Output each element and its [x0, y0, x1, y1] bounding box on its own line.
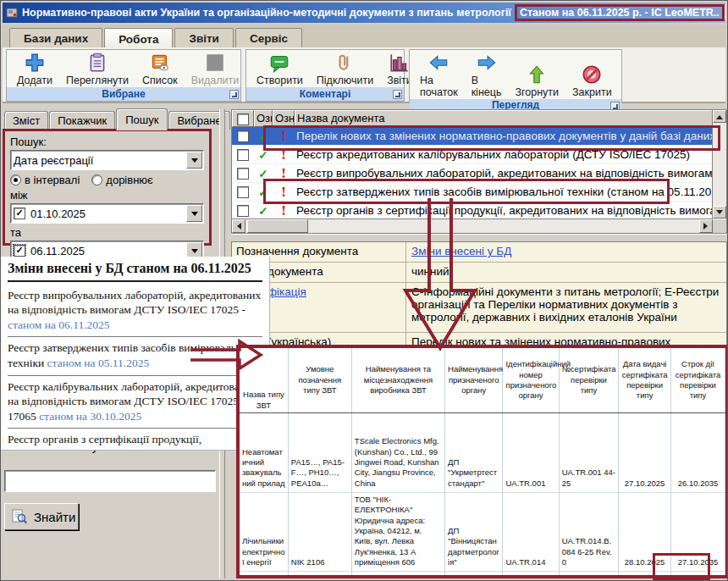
- scrollbar-thumb[interactable]: [247, 219, 308, 233]
- app-icon: [5, 6, 19, 19]
- list-button[interactable]: Список: [135, 51, 185, 87]
- header-select-all[interactable]: [232, 110, 254, 127]
- exclamation-icon: !: [273, 166, 295, 181]
- go-start-button[interactable]: На початок: [413, 51, 465, 99]
- registry-table: Назва типу ЗВТ Умовне позначення типу ЗВ…: [236, 345, 728, 578]
- table-row[interactable]: ✓ ! Перелік нових та змінених нормативно…: [232, 127, 713, 146]
- delete-icon: [204, 52, 226, 74]
- cell: UA.TR.001: [503, 572, 559, 578]
- popup-entry-date: станом на 06.11.2025: [8, 318, 110, 331]
- radio-equals[interactable]: дорівнює: [91, 174, 152, 186]
- radio-dot-icon: [10, 174, 21, 185]
- checkbox-icon[interactable]: [237, 130, 249, 142]
- table-row[interactable]: ✓ ! Реєстр випробувальних лабораторій, а…: [232, 164, 713, 183]
- check-icon: ✓: [254, 167, 273, 180]
- checkbox-icon[interactable]: [237, 205, 249, 217]
- vertical-scrollbar[interactable]: [712, 110, 726, 219]
- popup-entry-text: Реєстр випробувальних лабораторій, акред…: [8, 289, 261, 317]
- ribbon-tab-service[interactable]: Сервіс: [235, 28, 302, 47]
- table-row[interactable]: ✓ ! Реєстр акредитованих калібрувальних …: [232, 146, 713, 164]
- radio-interval[interactable]: в інтервалі: [10, 174, 80, 186]
- detail-row-classification: фікація Є-Інформаційні документи з питан…: [232, 283, 726, 333]
- changes-link[interactable]: Зміни внесені у БД: [411, 245, 511, 257]
- chevron-down-icon[interactable]: [186, 205, 202, 222]
- cell: ДП "Вінницястандартметрологія": [445, 493, 503, 572]
- go-end-label: В кінець: [472, 75, 502, 98]
- popup-entry: Реєстр випробувальних лабораторій, акред…: [8, 285, 262, 338]
- doc-title: Реєстр органів з сертифікації продукції,…: [295, 204, 713, 217]
- group-expander-icon[interactable]: [229, 90, 239, 99]
- header-ozn1[interactable]: Озн: [254, 110, 273, 127]
- no-entry-icon: [581, 64, 603, 86]
- cell: Лічильники електричної енергії: [240, 493, 288, 572]
- scroll-left-button[interactable]: [232, 219, 245, 233]
- date-from-picker[interactable]: ✓ 01.10.2025: [10, 203, 204, 224]
- popup-title: Зміни внесені у БД станом на 06.11.2025: [8, 260, 262, 282]
- find-button[interactable]: Знайти: [4, 503, 79, 530]
- classification-link[interactable]: фікація: [267, 285, 306, 298]
- radio-dot-icon: [91, 174, 102, 185]
- scrollbar-corner: [713, 219, 726, 233]
- app-window: Нормативно-правові акти України та орган…: [0, 0, 728, 581]
- between-label: між: [10, 189, 204, 202]
- cell: 27.10.2025: [619, 413, 671, 493]
- search-field-select[interactable]: Дата реєстрації: [10, 150, 204, 170]
- sidebar-tab-index[interactable]: Покажчик: [49, 111, 115, 130]
- attach-button[interactable]: Підключити: [310, 51, 380, 87]
- exclamation-icon: !: [273, 203, 295, 219]
- doc-title: Реєстр акредитованих калібрувальних лабо…: [295, 148, 713, 161]
- popup-entry: Реєстр органів з сертифікації продукції,…: [8, 429, 262, 451]
- checkbox-icon[interactable]: [237, 168, 249, 180]
- add-button[interactable]: Додати: [10, 51, 59, 87]
- scroll-down-button[interactable]: [713, 206, 726, 219]
- cell: 26.10.2035: [670, 413, 725, 493]
- minimize-button[interactable]: _: [725, 5, 725, 20]
- cell: Аналізатори рівнів звуку та вібрації: [240, 572, 288, 578]
- header-ozn2[interactable]: Озн: [273, 110, 295, 127]
- go-end-button[interactable]: В кінець: [465, 51, 509, 99]
- collapse-button[interactable]: Згорнути: [508, 51, 565, 99]
- checkbox-icon[interactable]: [237, 113, 249, 125]
- popup-entry: Реєстр затверджених типів засобів вимірю…: [8, 337, 262, 375]
- arrow-left-icon: [427, 52, 449, 74]
- ribbon-tab-work[interactable]: Робота: [104, 28, 173, 48]
- header-doc-title[interactable]: Назва документа: [295, 110, 726, 127]
- ribbon-tab-reports[interactable]: Звіти: [174, 28, 233, 47]
- attach-button-label: Підключити: [317, 75, 373, 86]
- registry-header-row: Назва типу ЗВТ Умовне позначення типу ЗВ…: [240, 348, 725, 413]
- cell: ДП "Укрметртестстандарт": [445, 572, 503, 578]
- date-to-checkbox[interactable]: ✓: [14, 245, 25, 257]
- sidebar-tab-strip: Зміст Покажчик Пошук Вибране: [4, 109, 218, 130]
- create-comment-button[interactable]: Створити: [250, 51, 310, 87]
- date-from-value: 01.10.2025: [28, 208, 185, 220]
- cell: UA.TR.014: [503, 493, 559, 572]
- date-from-checkbox[interactable]: ✓: [14, 208, 25, 219]
- changes-popup: Зміни внесені у БД станом на 06.11.2025 …: [1, 257, 270, 451]
- chevron-down-icon[interactable]: [186, 152, 202, 169]
- table-row[interactable]: ✓ ! Реєстр затверджених типів засобів ви…: [232, 183, 713, 202]
- detail-row-status: документа чинний: [232, 263, 726, 283]
- sidebar-tab-search[interactable]: Пошук: [116, 108, 168, 130]
- global-search-input[interactable]: [4, 470, 216, 492]
- view-button[interactable]: Переглянути: [59, 51, 135, 87]
- col-header: Назва типу ЗВТ: [240, 348, 288, 413]
- window-title-status: Станом на 06.11.2025 р. - ІС LeoMETR..: [515, 4, 725, 21]
- arrow-right-icon: [476, 52, 498, 74]
- scroll-up-button[interactable]: [713, 110, 726, 123]
- group-expander-icon[interactable]: [393, 90, 402, 99]
- cell: UA.TR.001: [503, 413, 559, 493]
- checkbox-icon[interactable]: [237, 186, 249, 198]
- sidebar-tab-contents[interactable]: Зміст: [4, 111, 48, 130]
- close-db-button[interactable]: Закрити: [565, 51, 619, 99]
- horizontal-scrollbar[interactable]: [232, 219, 713, 233]
- list-icon: [149, 52, 171, 74]
- cell: UA.TR.014.B.084 6-25 Rev. 0: [559, 493, 619, 572]
- table-row[interactable]: ✓ ! Реєстр органів з сертифікації продук…: [232, 202, 713, 220]
- table-row: Лічильники електричної енергії NIK 2106 …: [240, 493, 725, 572]
- table-row: Неавтоматичний зважувальний прилад PA15……: [240, 413, 725, 493]
- ribbon-tab-databases[interactable]: Бази даних: [9, 28, 102, 47]
- group-caption-favorites: Вибране: [102, 88, 145, 100]
- detail-value: чинний: [406, 263, 726, 282]
- checkbox-icon[interactable]: [237, 149, 249, 161]
- scroll-right-button[interactable]: [699, 219, 713, 233]
